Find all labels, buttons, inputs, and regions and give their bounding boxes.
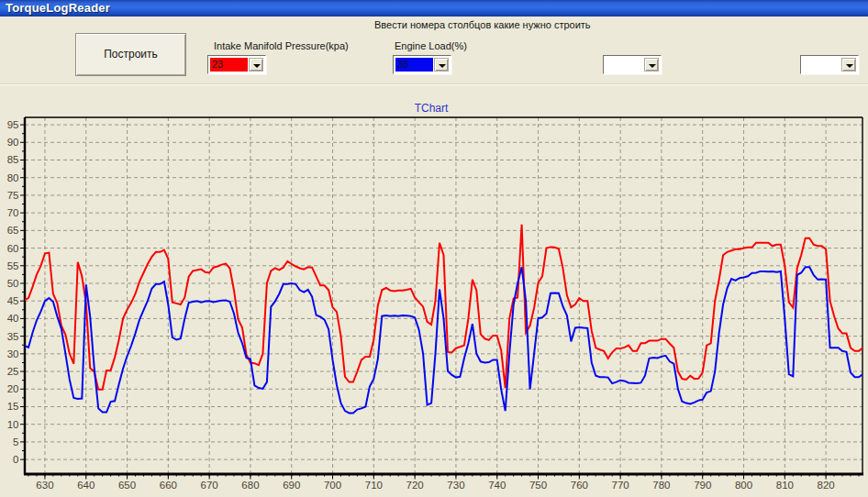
intake-pressure-value: 23 xyxy=(210,58,248,72)
empty-combobox-3-value xyxy=(606,58,643,72)
tchart-canvas: 0510152025303540455055606570758085909563… xyxy=(0,87,868,497)
y-axis-tick-label: 95 xyxy=(7,119,19,130)
instruction-text: Ввести номера столбцов какие нужно строи… xyxy=(374,19,591,30)
empty-combobox-4-value xyxy=(803,58,840,72)
y-axis-tick-label: 35 xyxy=(7,331,19,342)
x-axis-tick-label: 790 xyxy=(694,480,711,491)
y-axis-tick-label: 25 xyxy=(7,366,19,377)
y-axis-tick-label: 85 xyxy=(7,154,19,165)
series-line-0 xyxy=(25,225,863,390)
y-axis-tick-label: 50 xyxy=(7,278,19,289)
x-axis-tick-label: 710 xyxy=(365,480,383,491)
engine-load-dropdown-button[interactable] xyxy=(434,58,449,72)
series-line-1 xyxy=(25,267,863,413)
y-axis-tick-label: 40 xyxy=(7,313,19,324)
x-axis-tick-label: 760 xyxy=(571,480,588,491)
chart-title: TChart xyxy=(415,102,449,115)
x-axis-tick-label: 680 xyxy=(241,480,259,491)
y-axis-tick-label: 80 xyxy=(7,172,19,183)
x-axis-tick-label: 820 xyxy=(818,480,835,491)
y-axis-tick-label: 15 xyxy=(7,401,19,412)
x-axis-tick-label: 750 xyxy=(529,480,547,491)
intake-pressure-dropdown-button[interactable] xyxy=(249,58,263,72)
intake-pressure-combobox[interactable]: 23 xyxy=(207,55,266,74)
x-axis-tick-label: 720 xyxy=(406,480,424,491)
y-axis-tick-label: 20 xyxy=(7,383,19,394)
chevron-down-icon xyxy=(846,64,853,68)
x-axis-tick-label: 650 xyxy=(118,480,136,491)
y-axis-tick-label: 60 xyxy=(7,243,19,254)
x-axis-tick-label: 670 xyxy=(201,480,218,491)
y-axis-tick-label: 45 xyxy=(7,295,19,306)
x-axis-tick-label: 690 xyxy=(283,480,300,491)
chevron-down-icon xyxy=(439,64,446,68)
x-axis-tick-label: 770 xyxy=(612,480,629,491)
build-button[interactable]: Построить xyxy=(75,33,186,76)
y-axis-tick-label: 90 xyxy=(7,137,19,148)
y-axis-tick-label: 70 xyxy=(7,207,19,218)
x-axis-tick-label: 700 xyxy=(324,480,341,491)
empty-combobox-4[interactable] xyxy=(800,55,859,74)
x-axis-tick-label: 780 xyxy=(652,480,670,491)
engine-load-value: 38 xyxy=(395,58,433,72)
x-axis-tick-label: 630 xyxy=(36,480,53,491)
engine-load-label: Engine Load(%) xyxy=(395,40,467,51)
intake-pressure-label: Intake Manifold Pressure(kpa) xyxy=(214,40,349,51)
empty-combobox-4-dropdown-button[interactable] xyxy=(841,58,856,72)
window-titlebar[interactable]: TorqueLogReader xyxy=(0,0,868,17)
window-title: TorqueLogReader xyxy=(6,1,110,15)
y-axis-tick-label: 5 xyxy=(13,436,18,447)
app-window: { "window": { "title": "TorqueLogReader"… xyxy=(0,0,868,497)
y-axis-tick-label: 10 xyxy=(7,419,19,430)
empty-combobox-3-dropdown-button[interactable] xyxy=(644,58,659,72)
engine-load-combobox[interactable]: 38 xyxy=(393,55,451,74)
x-axis-tick-label: 640 xyxy=(77,480,95,491)
x-axis-tick-label: 800 xyxy=(735,480,752,491)
x-axis-tick-label: 810 xyxy=(776,480,794,491)
chevron-down-icon xyxy=(649,64,656,68)
chart-panel: 0510152025303540455055606570758085909563… xyxy=(0,87,868,497)
y-axis-tick-label: 75 xyxy=(7,190,19,201)
x-axis-tick-label: 660 xyxy=(160,480,177,491)
y-axis-tick-label: 65 xyxy=(7,225,19,236)
empty-combobox-3[interactable] xyxy=(603,55,662,74)
panel-separator xyxy=(0,83,868,85)
x-axis-tick-label: 730 xyxy=(447,480,464,491)
y-axis-tick-label: 30 xyxy=(7,348,19,359)
x-axis-tick-label: 740 xyxy=(488,480,506,491)
y-axis-tick-label: 0 xyxy=(13,454,18,465)
y-axis-tick-label: 55 xyxy=(7,260,19,271)
chevron-down-icon xyxy=(253,64,261,68)
